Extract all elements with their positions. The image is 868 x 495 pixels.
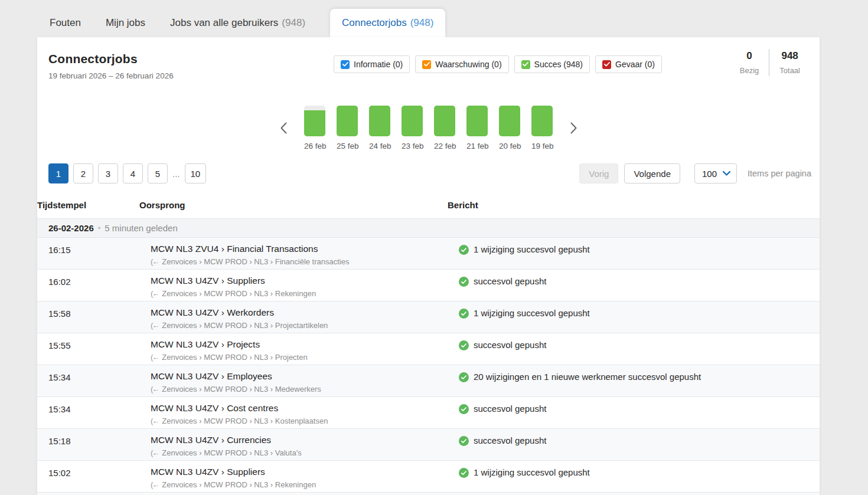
tab-bar: Fouten Mijn jobs Jobs van alle gebruiker…	[0, 0, 868, 37]
bar-label: 21 feb	[466, 142, 488, 150]
row-message: succesvol gepusht	[459, 435, 820, 446]
filter-label: Informatie (0)	[354, 60, 403, 69]
checkbox-succes[interactable]	[521, 60, 530, 69]
chart-prev-button[interactable]	[273, 113, 293, 143]
chart-bar-25-feb[interactable]: 25 feb	[337, 106, 358, 150]
origin-path: (←Zenvoices › MCW PROD › NL3 › Projecten	[151, 353, 459, 362]
page-button-5[interactable]: 5	[148, 163, 168, 183]
page-ellipsis: ...	[172, 169, 180, 179]
chart-bar-20-feb[interactable]: 20 feb	[499, 106, 520, 150]
table-row[interactable]: 14:59 MCW NL3 U4ZV › Werkorders 1 wijzig…	[37, 493, 820, 495]
column-header-tijdstempel: Tijdstempel	[37, 200, 139, 210]
origin-path-text: Zenvoices › MCW PROD › NL3 › Rekeningen	[162, 289, 316, 298]
success-check-icon	[459, 245, 469, 255]
chart-bar-23-feb[interactable]: 23 feb	[402, 106, 423, 150]
chart-bar-26-feb[interactable]: 26 feb	[304, 106, 325, 150]
success-check-icon	[459, 309, 469, 319]
row-origin: MCW NL3 U4ZV › Suppliers (←Zenvoices › M…	[151, 467, 459, 489]
table-row[interactable]: 15:34 MCW NL3 U4ZV › Cost centres (←Zenv…	[37, 397, 820, 429]
tab-connectorjobs[interactable]: Connectorjobs (948)	[330, 9, 445, 37]
tab-label: Jobs van alle gebruikers	[170, 17, 278, 29]
filter-informatie[interactable]: Informatie (0)	[334, 55, 410, 73]
checkbox-informatie[interactable]	[341, 60, 350, 69]
table-row[interactable]: 16:02 MCW NL3 U4ZV › Suppliers (←Zenvoic…	[37, 270, 820, 301]
table-row[interactable]: 15:18 MCW NL3 U4ZV › Currencies (←Zenvoi…	[37, 429, 820, 461]
stat-bezig: 0 Bezig	[730, 50, 769, 75]
table-row[interactable]: 15:02 MCW NL3 U4ZV › Suppliers (←Zenvoic…	[37, 461, 820, 493]
prev-page-button[interactable]: Vorig	[579, 163, 618, 183]
origin-title: MCW NL3 U4ZV › Suppliers	[151, 467, 459, 477]
origin-path-text: Zenvoices › MCW PROD › NL3 › Rekeningen	[162, 480, 316, 489]
row-time: 15:58	[48, 307, 151, 319]
page-button-3[interactable]: 3	[98, 163, 118, 183]
tab-count: (948)	[282, 17, 305, 29]
tab-label: Mijn jobs	[106, 17, 145, 29]
chart-next-button[interactable]	[563, 113, 583, 143]
return-arrow-icon: (←	[151, 353, 158, 362]
page-button-2[interactable]: 2	[73, 163, 93, 183]
chart-bar-24-feb[interactable]: 24 feb	[369, 106, 390, 150]
checkbox-waarschuwing[interactable]	[422, 60, 431, 69]
origin-title: MCW NL3 U4ZV › Currencies	[151, 435, 459, 445]
message-text: succesvol gepusht	[474, 435, 546, 445]
origin-title: MCW NL3 U4ZV › Cost centres	[151, 403, 459, 414]
row-message: 1 wijziging succesvol gepusht	[459, 467, 820, 478]
pagination-controls: Vorig Volgende 100 Items per pagina	[579, 163, 811, 183]
origin-title: MCW NL3 ZVU4 › Financial Transactions	[151, 244, 459, 254]
row-message: 20 wijzigingen en 1 nieuwe werknemer suc…	[459, 371, 820, 382]
success-check-icon	[459, 340, 469, 350]
success-check-icon	[459, 436, 469, 446]
page-size-select[interactable]: 100	[694, 163, 737, 183]
origin-path: (←Zenvoices › MCW PROD › NL3 › Rekeninge…	[151, 289, 459, 298]
tab-mijn-jobs[interactable]: Mijn jobs	[106, 9, 145, 37]
table-row[interactable]: 15:34 MCW NL3 U4ZV › Employees (←Zenvoic…	[37, 365, 820, 397]
origin-path-text: Zenvoices › MCW PROD › NL3 › Valuta's	[162, 448, 301, 457]
chevron-right-icon	[570, 122, 577, 134]
chart-bar-21-feb[interactable]: 21 feb	[466, 106, 488, 150]
page-button-1[interactable]: 1	[48, 163, 68, 183]
message-text: succesvol gepusht	[474, 276, 546, 286]
table-row[interactable]: 15:55 MCW NL3 U4ZV › Projects (←Zenvoice…	[37, 333, 820, 365]
chart-bar-19-feb[interactable]: 19 feb	[531, 106, 553, 150]
stat-totaal: 948 Totaal	[769, 50, 810, 75]
jobs-table: Tijdstempel Oorsprong Bericht 26-02-2026…	[37, 193, 820, 495]
page-button-10[interactable]: 10	[185, 163, 207, 183]
tab-count: (948)	[410, 17, 434, 29]
job-stats: 0 Bezig 948 Totaal	[730, 49, 810, 76]
return-arrow-icon: (←	[151, 289, 158, 298]
row-origin: MCW NL3 U4ZV › Employees (←Zenvoices › M…	[151, 371, 459, 394]
table-row[interactable]: 16:15 MCW NL3 ZVU4 › Financial Transacti…	[37, 238, 820, 270]
row-time: 15:55	[48, 339, 151, 350]
message-text: 1 wijziging succesvol gepusht	[474, 244, 590, 254]
next-page-button[interactable]: Volgende	[624, 163, 680, 183]
row-origin: MCW NL3 ZVU4 › Financial Transactions (←…	[151, 244, 459, 266]
chevron-down-icon	[723, 171, 730, 176]
bar-label: 24 feb	[369, 142, 390, 150]
page-button-4[interactable]: 4	[123, 163, 143, 183]
origin-path: (←Zenvoices › MCW PROD › NL3 › Valuta's	[151, 448, 459, 457]
column-header-oorsprong: Oorsprong	[139, 200, 448, 210]
return-arrow-icon: (←	[151, 321, 158, 330]
row-origin: MCW NL3 U4ZV › Cost centres (←Zenvoices …	[151, 403, 459, 425]
checkbox-gevaar[interactable]	[602, 60, 611, 69]
table-row[interactable]: 15:58 MCW NL3 U4ZV › Werkorders (←Zenvoi…	[37, 301, 820, 333]
tab-label: Fouten	[50, 17, 81, 29]
column-header-bericht: Bericht	[448, 200, 820, 210]
filter-label: Succes (948)	[534, 60, 583, 69]
row-time: 15:34	[48, 403, 151, 414]
filter-succes[interactable]: Succes (948)	[514, 55, 590, 73]
bar-label: 23 feb	[402, 142, 423, 150]
return-arrow-icon: (←	[151, 448, 158, 457]
filter-label: Waarschuwing (0)	[435, 60, 501, 69]
tab-fouten[interactable]: Fouten	[50, 9, 81, 37]
bar-label: 26 feb	[304, 142, 325, 150]
success-check-icon	[459, 404, 469, 414]
message-text: 1 wijziging succesvol gepusht	[474, 467, 590, 477]
return-arrow-icon: (←	[151, 385, 158, 394]
chart-bar-22-feb[interactable]: 22 feb	[434, 106, 455, 150]
message-text: 1 wijziging succesvol gepusht	[474, 308, 590, 318]
tab-jobs-alle-gebruikers[interactable]: Jobs van alle gebruikers (948)	[170, 9, 305, 37]
return-arrow-icon: (←	[151, 417, 158, 425]
filter-gevaar[interactable]: Gevaar (0)	[595, 55, 662, 73]
filter-waarschuwing[interactable]: Waarschuwing (0)	[415, 55, 508, 73]
